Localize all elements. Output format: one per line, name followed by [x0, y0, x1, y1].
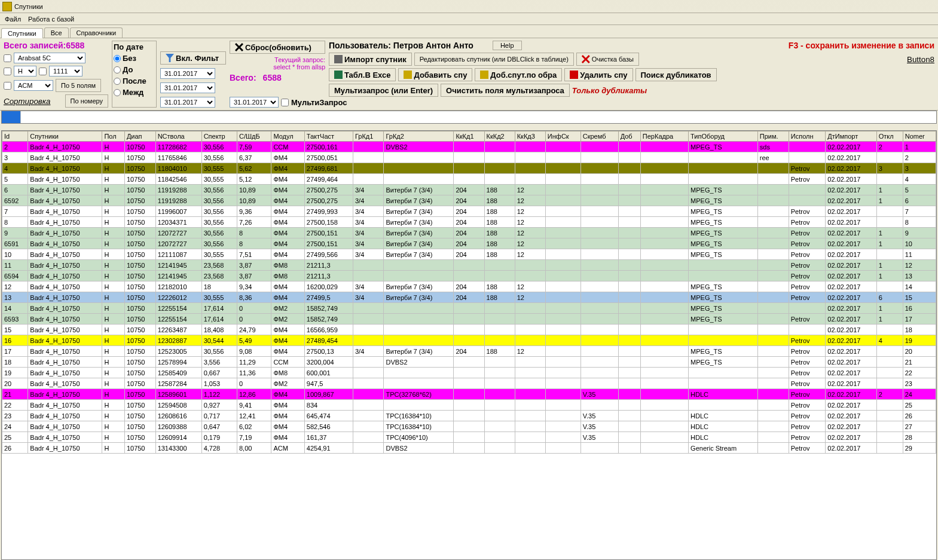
check-sat[interactable]: [4, 54, 11, 62]
controls-panel: Всего записей:6588 Arabsat 5C H 1111 ACM…: [0, 38, 938, 111]
total2-value: 6588: [263, 73, 282, 82]
combo-satellite[interactable]: Arabsat 5C: [14, 53, 85, 63]
btn-find-dup[interactable]: Поиск дубликатов: [635, 68, 717, 81]
search-input[interactable]: [21, 111, 936, 123]
btn-clear-fields[interactable]: Очистить поля мультизапроса: [441, 84, 570, 97]
menubar: Файл Работа с базой: [0, 13, 938, 25]
btn-by-num[interactable]: По номеру: [65, 94, 108, 108]
btn-reset[interactable]: Сброс(обновить): [230, 41, 325, 54]
radio-after[interactable]: [114, 78, 121, 85]
radio-none[interactable]: [114, 55, 121, 62]
date-2[interactable]: 31.01.2017: [160, 82, 215, 93]
btn-clear-db[interactable]: Очистка базы: [576, 53, 639, 66]
total-label: Всего записей:6588: [4, 41, 84, 50]
pencil-icon: [404, 71, 412, 79]
user-label: Пользователь: Петров Антон Анто: [329, 41, 473, 50]
menu-db[interactable]: Работа с базой: [28, 16, 74, 23]
btn-edit-satellite[interactable]: Редактировать спутник (или DBLClick в та…: [414, 53, 574, 66]
radio-before[interactable]: [114, 66, 121, 74]
btn-delete-sat[interactable]: Удалить спу: [564, 68, 633, 81]
query-label-1: Текущий запрос:: [230, 56, 325, 63]
app-icon: [2, 2, 12, 11]
btn-help[interactable]: Help: [493, 41, 522, 50]
total2-label: Всего:: [230, 73, 256, 82]
date-4[interactable]: 31.01.2017: [230, 97, 279, 108]
red-x-icon: [582, 55, 590, 63]
btn-excel[interactable]: Табл.В Ехсе: [329, 68, 396, 81]
btn-multiquery2[interactable]: Мультизапрос (или Enter): [329, 84, 438, 97]
tabbar: Спутники Все Справочники: [0, 25, 938, 38]
filter-icon: [166, 54, 174, 62]
check-freq[interactable]: [39, 68, 47, 75]
radio-between[interactable]: [114, 89, 121, 96]
import-icon: [334, 55, 343, 63]
combo-modul[interactable]: ACM: [14, 80, 53, 91]
excel-icon: [334, 71, 343, 79]
x-icon: [235, 43, 243, 51]
check-pol[interactable]: [4, 68, 11, 75]
combo-freq[interactable]: 1111: [49, 66, 83, 76]
tab-all[interactable]: Все: [44, 27, 69, 38]
cut-icon: [570, 71, 578, 79]
combo-pol[interactable]: H: [14, 66, 36, 76]
btn-by-5[interactable]: По 5 полям: [56, 79, 101, 92]
search-indicator: [2, 111, 21, 123]
btn-add-by-sample[interactable]: Доб.спут.по обра: [475, 68, 562, 81]
btn-button8[interactable]: Button8: [907, 55, 934, 64]
search-row: [1, 111, 937, 124]
btn-enable-filter[interactable]: Вкл. Фильт: [160, 51, 226, 65]
titlebar: Спутники: [0, 0, 938, 13]
window-title: Спутники: [14, 3, 43, 10]
btn-add-sat[interactable]: Добавить спу: [398, 68, 472, 81]
date-filter-title: По дате: [114, 42, 155, 51]
check-modul[interactable]: [4, 82, 11, 90]
check-multiquery[interactable]: [281, 99, 289, 106]
menu-file[interactable]: Файл: [5, 16, 21, 23]
pencil-icon-2: [480, 71, 488, 79]
date-3[interactable]: 31.01.2017: [160, 97, 215, 108]
btn-import[interactable]: Импорт спутник: [329, 53, 412, 66]
tab-refs[interactable]: Справочники: [70, 27, 123, 38]
tab-satellites[interactable]: Спутники: [1, 28, 43, 38]
hint-f3: F3 - сохранить изменение в записи: [789, 41, 934, 50]
date-1[interactable]: 31.01.2017: [160, 68, 215, 79]
label-only-dup: Только дубликаты: [572, 86, 647, 95]
query-label-2: select * from allsp: [230, 63, 325, 71]
btn-sort[interactable]: Сортировка: [4, 97, 50, 106]
